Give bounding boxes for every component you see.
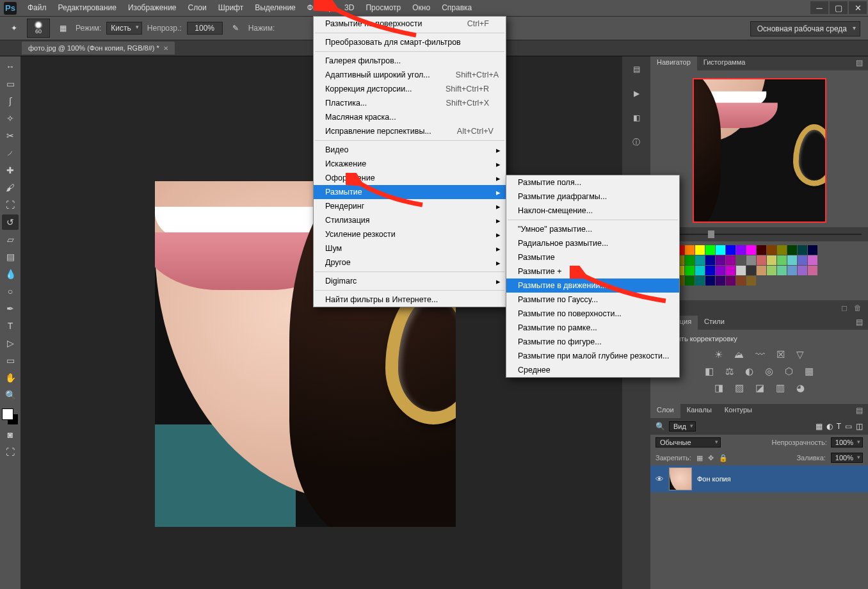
delete-swatch-icon[interactable]: 🗑	[854, 303, 862, 312]
swatch-14[interactable]	[798, 245, 807, 255]
filter-smart-icon[interactable]: ◫	[856, 422, 863, 431]
layer-row[interactable]: 👁 Фон копия	[650, 465, 868, 492]
minimize-button[interactable]: ─	[810, 1, 828, 14]
swatch-25[interactable]	[746, 255, 756, 265]
blur-menu-item-11[interactable]: Размытие по рамке...	[506, 321, 679, 335]
eyedropper-tool[interactable]: ⟋	[2, 145, 19, 161]
history-panel-icon[interactable]: ▤	[629, 61, 644, 77]
filter-menu-item-8[interactable]: Масляная краска...	[314, 110, 506, 124]
marquee-tool[interactable]: ▭	[2, 76, 19, 92]
bw-icon[interactable]: ◐	[745, 366, 753, 377]
filter-menu-item-17[interactable]: Усиление резкости	[314, 227, 506, 241]
blur-tool[interactable]: 💧	[2, 266, 19, 282]
stamp-tool[interactable]: ⛶	[2, 197, 19, 213]
blur-menu-item-14[interactable]: Среднее	[506, 363, 679, 377]
filter-kind-select[interactable]: Вид	[669, 421, 696, 432]
blur-menu-item-12[interactable]: Размытие по фигуре...	[506, 335, 679, 349]
swatch-8[interactable]	[736, 245, 746, 255]
filter-menu-item-9[interactable]: Исправление перспективы...Alt+Ctrl+V	[314, 124, 506, 138]
filter-type-icon[interactable]: T	[837, 422, 841, 431]
close-tab-icon[interactable]: ✕	[163, 45, 168, 52]
pressure-opacity-icon[interactable]: ✎	[228, 20, 243, 36]
swatch-20[interactable]	[695, 255, 705, 265]
swatch-47[interactable]	[808, 266, 817, 275]
swatch-29[interactable]	[787, 255, 797, 265]
swatch-10[interactable]	[757, 245, 766, 255]
menu-3d[interactable]: 3D	[339, 0, 360, 16]
swatch-56[interactable]	[736, 276, 746, 286]
photo-filter-icon[interactable]: ◎	[765, 366, 773, 377]
menu-window[interactable]: Окно	[406, 0, 436, 16]
new-swatch-icon[interactable]: ◻	[841, 303, 848, 312]
menu-type[interactable]: Шрифт	[213, 0, 249, 16]
filter-menu-item-5[interactable]: Адаптивный широкий угол...Shift+Ctrl+A	[314, 68, 506, 82]
type-tool[interactable]: T	[2, 318, 19, 334]
tab-styles[interactable]: Стили	[698, 316, 731, 330]
curves-icon[interactable]: 〰	[755, 349, 765, 360]
panel-menu-icon[interactable]: ▤	[851, 316, 868, 330]
swatch-13[interactable]	[787, 245, 797, 255]
swatch-24[interactable]	[736, 255, 746, 265]
swatch-57[interactable]	[746, 276, 756, 286]
dodge-tool[interactable]: ○	[2, 284, 19, 299]
brightness-icon[interactable]: ☀	[714, 349, 723, 360]
filter-menu-item-16[interactable]: Стилизация	[314, 213, 506, 227]
mixer-icon[interactable]: ⬡	[785, 366, 793, 377]
swatch-55[interactable]	[726, 276, 735, 286]
swatch-39[interactable]	[726, 266, 735, 275]
path-select-tool[interactable]: ▷	[2, 335, 19, 351]
menu-select[interactable]: Выделение	[249, 0, 301, 16]
visibility-icon[interactable]: 👁	[655, 474, 664, 484]
filter-menu-item-23[interactable]: Найти фильтры в Интернете...	[314, 293, 506, 307]
menu-edit[interactable]: Редактирование	[52, 0, 122, 16]
swatch-52[interactable]	[695, 276, 705, 286]
swatch-41[interactable]	[746, 266, 756, 275]
menu-file[interactable]: Файл	[22, 0, 52, 16]
document-tab[interactable]: фото.jpg @ 100% (Фон копия, RGB/8#) * ✕	[22, 42, 175, 54]
swatch-44[interactable]	[777, 266, 787, 275]
swatch-35[interactable]	[685, 266, 695, 275]
color-swatches[interactable]	[2, 408, 19, 425]
swatch-53[interactable]	[705, 276, 715, 286]
filter-menu-item-4[interactable]: Галерея фильтров...	[314, 54, 506, 68]
swatch-28[interactable]	[777, 255, 787, 265]
zoom-tool[interactable]: 🔍	[2, 387, 19, 403]
selective-icon[interactable]: ◕	[796, 382, 805, 394]
brush-panel-icon[interactable]: ▦	[55, 20, 70, 36]
blur-menu-item-6[interactable]: Размытие	[506, 250, 679, 264]
filter-menu-item-21[interactable]: Digimarc	[314, 274, 506, 288]
panel-menu-icon[interactable]: ▤	[851, 56, 868, 70]
filter-menu-item-0[interactable]: Размытие по поверхностиCtrl+F	[314, 17, 506, 31]
brush-preset[interactable]: 60	[27, 19, 50, 38]
swatch-22[interactable]	[716, 255, 725, 265]
filter-menu-item-13[interactable]: Оформление	[314, 171, 506, 185]
swatch-36[interactable]	[695, 266, 705, 275]
blur-menu-item-4[interactable]: "Умное" размытие...	[506, 222, 679, 236]
blend-mode-select[interactable]: Обычные	[655, 437, 721, 448]
blur-menu-item-7[interactable]: Размытие +	[506, 264, 679, 278]
menu-filter[interactable]: Фильтр	[301, 0, 339, 16]
crop-tool[interactable]: ✂	[2, 128, 19, 143]
quickmask-toggle[interactable]: ◙	[2, 427, 19, 442]
properties-panel-icon[interactable]: ◧	[629, 110, 644, 125]
tab-paths[interactable]: Контуры	[718, 404, 759, 418]
workspace-select[interactable]: Основная рабочая среда	[750, 21, 860, 36]
shape-tool[interactable]: ▭	[2, 353, 19, 368]
menu-layers[interactable]: Слои	[182, 0, 213, 16]
history-brush-tool[interactable]: ↺	[2, 214, 19, 230]
brush-tool[interactable]: 🖌	[2, 180, 19, 195]
filter-menu-item-2[interactable]: Преобразовать для смарт-фильтров	[314, 35, 506, 49]
filter-menu-item-19[interactable]: Другое	[314, 255, 506, 270]
filter-menu-item-7[interactable]: Пластика...Shift+Ctrl+X	[314, 96, 506, 110]
eraser-tool[interactable]: ▱	[2, 232, 19, 247]
blur-menu-item-2[interactable]: Наклон-смещение...	[506, 204, 679, 218]
menu-help[interactable]: Справка	[436, 0, 478, 16]
filter-shape-icon[interactable]: ▭	[845, 422, 852, 431]
maximize-button[interactable]: ▢	[830, 1, 848, 14]
threshold-icon[interactable]: ◪	[755, 382, 764, 394]
swatch-54[interactable]	[716, 276, 725, 286]
swatch-26[interactable]	[757, 255, 766, 265]
swatch-6[interactable]	[716, 245, 725, 255]
swatch-37[interactable]	[705, 266, 715, 275]
blur-menu-item-9[interactable]: Размытие по Гауссу...	[506, 293, 679, 307]
